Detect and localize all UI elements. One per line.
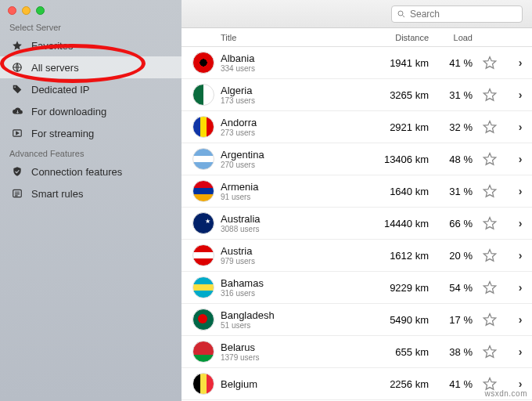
chevron-right-icon: › <box>519 185 523 197</box>
app-window: Select Server Favorites All servers Dedi… <box>0 0 532 401</box>
star-icon <box>11 39 23 52</box>
sidebar-item-for-downloading[interactable]: For downloading <box>0 100 182 122</box>
flag-icon <box>192 52 214 74</box>
favorite-button[interactable] <box>477 151 509 167</box>
server-distance: 5490 km <box>366 314 433 326</box>
server-distance: 1640 km <box>366 186 433 197</box>
chevron-right-icon: › <box>519 121 523 133</box>
col-header-title[interactable]: Title <box>216 33 366 42</box>
globe-icon <box>11 61 23 74</box>
chevron-right-icon: › <box>519 249 523 262</box>
server-load: 31 % <box>433 89 477 101</box>
expand-button[interactable]: › <box>509 89 532 101</box>
server-name: Australia <box>221 213 361 225</box>
expand-button[interactable]: › <box>509 313 532 326</box>
flag-icon <box>192 84 214 106</box>
server-load: 41 % <box>433 378 477 390</box>
favorite-button[interactable] <box>477 312 509 327</box>
favorite-button[interactable] <box>477 183 509 199</box>
server-load: 54 % <box>433 282 477 294</box>
sidebar-item-label: Connection features <box>31 166 122 178</box>
watermark: wsxdn.com <box>484 389 527 398</box>
svg-point-4 <box>398 11 403 16</box>
chevron-right-icon: › <box>519 56 523 69</box>
table-row[interactable]: Argentina270 users13406 km48 %› <box>182 143 532 175</box>
server-name: Belarus <box>221 341 361 353</box>
flag-icon <box>192 180 214 202</box>
table-row[interactable]: Austria979 users1612 km20 %› <box>182 240 532 272</box>
server-load: 31 % <box>433 186 477 197</box>
svg-point-1 <box>14 86 16 88</box>
sidebar-section-select-server: Select Server <box>0 18 182 34</box>
table-row[interactable]: Algeria173 users3265 km31 %› <box>182 79 532 111</box>
toolbar <box>182 0 532 28</box>
favorite-button[interactable] <box>477 215 509 231</box>
favorite-button[interactable] <box>477 280 509 295</box>
server-users: 979 users <box>221 257 361 266</box>
table-row[interactable]: Albania334 users1941 km41 %› <box>182 47 532 79</box>
table-row[interactable]: Australia3088 users14440 km66 %› <box>182 208 532 240</box>
sidebar-section-advanced: Advanced Features <box>0 144 182 161</box>
table-row[interactable]: Bangladesh51 users5490 km17 %› <box>182 304 532 336</box>
chevron-right-icon: › <box>519 153 523 165</box>
server-distance: 2921 km <box>366 121 433 133</box>
expand-button[interactable]: › <box>509 378 532 390</box>
table-row[interactable]: Armenia91 users1640 km31 %› <box>182 175 532 208</box>
close-window-button[interactable] <box>8 6 16 15</box>
expand-button[interactable]: › <box>509 185 532 197</box>
sidebar-item-favorites[interactable]: Favorites <box>0 34 182 56</box>
expand-button[interactable]: › <box>509 345 532 358</box>
sidebar-item-label: All servers <box>31 62 79 74</box>
sidebar-item-for-streaming[interactable]: For streaming <box>0 122 182 144</box>
server-load: 38 % <box>433 346 477 358</box>
flag-icon <box>192 244 214 266</box>
sidebar-item-label: For downloading <box>31 106 106 117</box>
search-input[interactable] <box>410 9 527 20</box>
col-header-distance[interactable]: Distance <box>366 33 433 42</box>
expand-button[interactable]: › <box>509 56 532 69</box>
table-row[interactable]: Belgium2256 km41 %› <box>182 368 532 400</box>
server-users: 270 users <box>221 161 361 169</box>
search-field[interactable] <box>391 5 523 23</box>
expand-button[interactable]: › <box>509 121 532 133</box>
flag-icon <box>192 309 214 331</box>
favorite-button[interactable] <box>477 247 509 263</box>
server-distance: 2256 km <box>366 378 433 390</box>
main-panel: Title Distance Load Albania334 users1941… <box>182 0 532 401</box>
server-name: Austria <box>221 245 361 257</box>
sidebar-item-label: Smart rules <box>31 188 83 200</box>
server-distance: 9229 km <box>366 282 433 294</box>
server-users: 3088 users <box>221 225 361 233</box>
sidebar-item-connection-features[interactable]: Connection features <box>0 161 182 182</box>
flag-icon <box>192 341 214 363</box>
col-header-load[interactable]: Load <box>433 33 477 42</box>
shield-check-icon <box>11 165 23 178</box>
favorite-button[interactable] <box>477 55 509 70</box>
table-row[interactable]: Belarus1379 users655 km38 %› <box>182 336 532 368</box>
chevron-right-icon: › <box>519 345 523 358</box>
play-icon <box>11 127 23 139</box>
sidebar-item-smart-rules[interactable]: Smart rules <box>0 182 182 204</box>
table-header: Title Distance Load <box>182 28 532 47</box>
server-name: Andorra <box>221 117 361 128</box>
server-distance: 1612 km <box>366 250 433 262</box>
favorite-button[interactable] <box>477 87 509 103</box>
favorite-button[interactable] <box>477 344 509 359</box>
maximize-window-button[interactable] <box>36 6 45 15</box>
table-row[interactable]: Andorra273 users2921 km32 %› <box>182 111 532 143</box>
server-name: Belgium <box>221 378 361 390</box>
sidebar-item-dedicated-ip[interactable]: Dedicated IP <box>0 78 182 100</box>
expand-button[interactable]: › <box>509 249 532 262</box>
chevron-right-icon: › <box>519 217 523 229</box>
sidebar-item-all-servers[interactable]: All servers <box>0 56 182 78</box>
table-row[interactable]: Bahamas316 users9229 km54 %› <box>182 272 532 304</box>
server-list[interactable]: Albania334 users1941 km41 %›Algeria173 u… <box>182 47 532 401</box>
server-users: 316 users <box>221 289 361 298</box>
minimize-window-button[interactable] <box>22 6 31 15</box>
server-load: 41 % <box>433 57 477 69</box>
list-icon <box>11 187 23 200</box>
expand-button[interactable]: › <box>509 217 532 229</box>
expand-button[interactable]: › <box>509 281 532 294</box>
expand-button[interactable]: › <box>509 153 532 165</box>
favorite-button[interactable] <box>477 119 509 135</box>
